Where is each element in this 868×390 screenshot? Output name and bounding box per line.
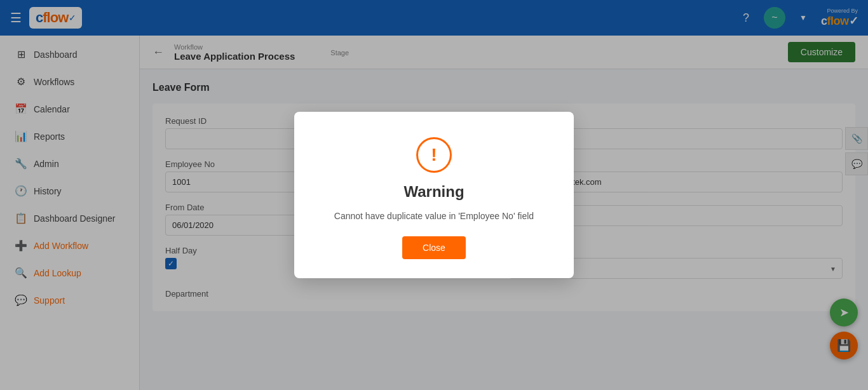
modal-message: Cannot have duplicate value in 'Employee… — [334, 211, 534, 221]
modal-overlay: ! Warning Cannot have duplicate value in… — [0, 0, 868, 390]
modal-box: ! Warning Cannot have duplicate value in… — [294, 112, 574, 278]
modal-title: Warning — [403, 183, 464, 201]
modal-close-button[interactable]: Close — [402, 236, 466, 259]
warning-icon: ! — [416, 137, 452, 173]
